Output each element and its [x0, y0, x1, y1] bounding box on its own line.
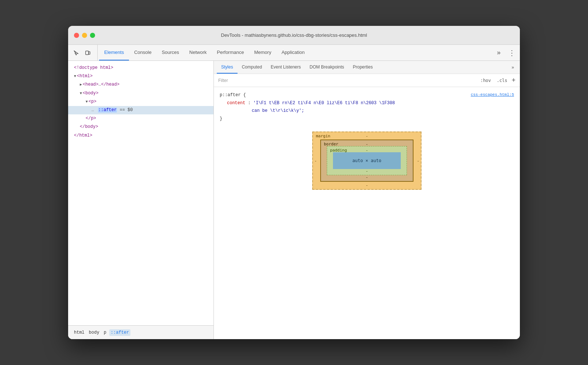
margin-right-value: -: [417, 158, 419, 163]
expand-icon: ▼: [74, 74, 76, 78]
right-panel-tabs: Styles Computed Event Listeners DOM Brea…: [214, 61, 520, 74]
cls-filter-button[interactable]: .cls: [495, 77, 509, 84]
tab-console[interactable]: Console: [129, 45, 157, 60]
main-content: <!doctype html> ▼<html> ▶<head>…</head> …: [68, 61, 520, 339]
inspect-element-button[interactable]: [71, 48, 81, 58]
tab-elements[interactable]: Elements: [99, 45, 129, 60]
hov-filter-button[interactable]: :hov: [479, 77, 493, 84]
css-source-link[interactable]: css-escapes.html:5: [471, 91, 514, 99]
dom-tree[interactable]: <!doctype html> ▼<html> ▶<head>…</head> …: [68, 61, 213, 325]
dom-body-close: </body>: [68, 123, 213, 131]
breadcrumb-html[interactable]: html: [72, 329, 86, 336]
css-rule-block: css-escapes.html:5 p::after { content : …: [214, 90, 520, 124]
filter-input[interactable]: [218, 78, 479, 83]
main-nav-tabs: Elements Console Sources Network Perform…: [99, 45, 310, 60]
tab-styles[interactable]: Styles: [217, 61, 238, 74]
box-model-margin[interactable]: margin - - - - border - -: [312, 132, 422, 190]
box-model-section: margin - - - - border - -: [214, 124, 520, 197]
border-bottom-value: -: [366, 175, 368, 180]
dom-after-selected[interactable]: … ::after == $0: [68, 106, 213, 114]
box-model-border[interactable]: border - - padding - -: [320, 140, 413, 182]
dom-p-close: </p>: [68, 114, 213, 123]
margin-bottom-value: -: [366, 183, 368, 188]
tab-event-listeners[interactable]: Event Listeners: [266, 61, 305, 74]
add-style-rule-button[interactable]: +: [511, 76, 516, 84]
more-tabs-button[interactable]: »: [494, 48, 504, 58]
margin-top-value: -: [366, 134, 368, 138]
dom-html[interactable]: ▼<html>: [68, 72, 213, 81]
css-selector: p::after {: [220, 93, 246, 98]
svg-rect-1: [89, 52, 90, 54]
css-property-name[interactable]: content: [227, 101, 245, 106]
dom-body[interactable]: ▼<body>: [68, 89, 213, 98]
box-model-diagram: margin - - - - border - -: [312, 132, 422, 190]
breadcrumb-body[interactable]: body: [87, 329, 101, 336]
padding-top-value: -: [366, 148, 368, 153]
expand-icon: ▶: [80, 83, 82, 87]
tab-sources[interactable]: Sources: [157, 45, 184, 60]
tab-properties[interactable]: Properties: [348, 61, 377, 74]
margin-left-value: -: [314, 158, 317, 163]
more-right-tabs-button[interactable]: »: [509, 61, 517, 74]
main-toolbar: Elements Console Sources Network Perform…: [68, 45, 520, 61]
filter-right-buttons: :hov .cls +: [479, 76, 516, 84]
dom-head[interactable]: ▶<head>…</head>: [68, 81, 213, 89]
minimize-button[interactable]: [82, 33, 87, 38]
breadcrumb-after[interactable]: ::after: [109, 329, 130, 336]
margin-label: margin: [316, 134, 330, 138]
dom-p[interactable]: ▼<p>: [68, 98, 213, 106]
traffic-lights: [74, 33, 95, 38]
padding-bottom-value: -: [366, 169, 368, 173]
window-title: DevTools - mathiasbynens.github.io/css-d…: [221, 32, 367, 38]
expand-icon: ▼: [86, 100, 88, 104]
svg-rect-0: [86, 51, 89, 55]
tab-network[interactable]: Network: [184, 45, 212, 60]
toolbar-right: » ⋮: [494, 45, 517, 60]
dom-doctype: <!doctype html>: [68, 64, 213, 72]
css-property-value-line2: can be \t\r\ic\k\y';: [252, 108, 304, 113]
box-model-content[interactable]: auto × auto: [333, 152, 401, 169]
box-model-padding[interactable]: padding - - auto × auto: [327, 146, 407, 175]
tab-dom-breakpoints[interactable]: DOM Breakpoints: [305, 61, 349, 74]
tab-performance[interactable]: Performance: [212, 45, 249, 60]
dom-html-close: </html>: [68, 132, 213, 140]
expand-icon: ▼: [80, 91, 82, 95]
css-close-brace: }: [220, 116, 222, 121]
content-size-label: auto × auto: [352, 158, 381, 163]
right-panel: Styles Computed Event Listeners DOM Brea…: [214, 61, 520, 339]
tab-application[interactable]: Application: [277, 45, 310, 60]
maximize-button[interactable]: [90, 33, 95, 38]
tab-computed[interactable]: Computed: [238, 61, 266, 74]
device-toolbar-button[interactable]: [83, 48, 93, 58]
css-styles-content: css-escapes.html:5 p::after { content : …: [214, 87, 520, 339]
breadcrumb: html body p ::after: [68, 325, 213, 339]
breadcrumb-p[interactable]: p: [102, 329, 108, 336]
padding-label: padding: [330, 148, 347, 153]
dom-panel: <!doctype html> ▼<html> ▶<head>…</head> …: [68, 61, 214, 339]
close-button[interactable]: [74, 33, 79, 38]
filter-bar: :hov .cls +: [214, 74, 520, 87]
toolbar-icons: [71, 45, 98, 60]
devtools-menu-button[interactable]: ⋮: [507, 48, 517, 58]
titlebar: DevTools - mathiasbynens.github.io/css-d…: [68, 26, 520, 45]
tab-memory[interactable]: Memory: [249, 45, 277, 60]
devtools-window: DevTools - mathiasbynens.github.io/css-d…: [68, 26, 520, 339]
css-property-value-line1[interactable]: 'I\F1 t\EB rn\E2 ti\F4 n\E0 liz\E6 ti\F8…: [253, 101, 395, 106]
